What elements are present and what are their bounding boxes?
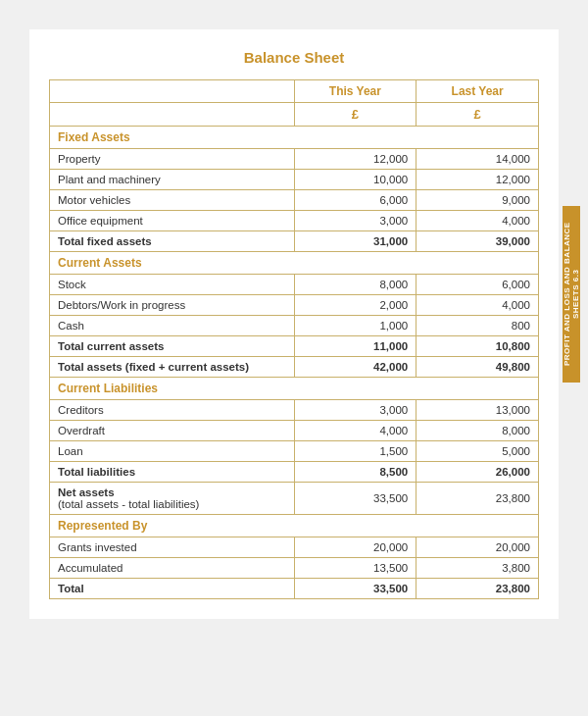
row-label: Plant and machinery [50, 170, 295, 190]
row-last: 800 [416, 316, 539, 336]
list-item: Loan 1,500 5,000 [50, 441, 539, 462]
currency-this: £ [294, 103, 416, 127]
row-last: 14,000 [416, 149, 539, 170]
list-item: Plant and machinery 10,000 12,000 [50, 170, 539, 190]
total-last: 23,800 [416, 579, 539, 599]
page: Balance Sheet This Year Last Year £ £ Fi… [29, 29, 559, 619]
fixed-assets-total: Total fixed assets 31,000 39,000 [50, 231, 539, 252]
row-last: 13,000 [416, 400, 539, 421]
header-label [50, 80, 295, 103]
row-this: 8,000 [294, 275, 416, 295]
list-item: Overdraft 4,000 8,000 [50, 421, 539, 441]
row-this: 13,500 [294, 558, 416, 579]
list-item: Property 12,000 14,000 [50, 149, 539, 170]
current-assets-title: Current Assets [50, 252, 539, 275]
net-assets-last: 23,800 [416, 483, 539, 515]
row-label: Overdraft [50, 421, 295, 441]
side-tab: PROFIT AND LOSS AND BALANCE SHEETS 6.3 [563, 206, 580, 383]
header-this-year: This Year [294, 80, 416, 103]
total-this: 33,500 [294, 579, 416, 599]
current-liabilities-header: Current Liabilities [50, 378, 539, 400]
total-this: 11,000 [294, 336, 416, 357]
row-last: 20,000 [416, 537, 539, 558]
row-label: Stock [50, 275, 295, 295]
header-last-year: Last Year [416, 80, 539, 103]
net-assets-row: Net assets(total assets - total liabilit… [50, 483, 539, 515]
current-assets-header: Current Assets [50, 252, 539, 275]
row-this: 10,000 [294, 170, 416, 190]
list-item: Cash 1,000 800 [50, 316, 539, 336]
balance-sheet-table: This Year Last Year £ £ Fixed Assets Pro… [49, 79, 539, 599]
grand-total-row: Total assets (fixed + current assets) 42… [50, 357, 539, 378]
represented-by-title: Represented By [50, 515, 539, 537]
total-last: 26,000 [416, 462, 539, 483]
row-last: 5,000 [416, 441, 539, 462]
list-item: Stock 8,000 6,000 [50, 275, 539, 295]
row-this: 2,000 [294, 295, 416, 316]
row-this: 1,500 [294, 441, 416, 462]
row-label: Loan [50, 441, 295, 462]
page-title: Balance Sheet [49, 49, 539, 66]
row-this: 20,000 [294, 537, 416, 558]
net-assets-label: Net assets(total assets - total liabilit… [50, 483, 295, 515]
row-label: Property [50, 149, 295, 170]
current-liabilities-title: Current Liabilities [50, 378, 539, 400]
currency-row: £ £ [50, 103, 539, 127]
row-this: 1,000 [294, 316, 416, 336]
fixed-assets-title: Fixed Assets [50, 127, 539, 149]
list-item: Grants invested 20,000 20,000 [50, 537, 539, 558]
row-label: Accumulated [50, 558, 295, 579]
row-last: 6,000 [416, 275, 539, 295]
row-last: 8,000 [416, 421, 539, 441]
grand-total-last: 49,800 [416, 357, 539, 378]
total-label: Total [50, 579, 295, 599]
total-label: Total fixed assets [50, 231, 295, 252]
row-last: 3,800 [416, 558, 539, 579]
row-last: 9,000 [416, 190, 539, 211]
total-last: 10,800 [416, 336, 539, 357]
list-item: Office equipment 3,000 4,000 [50, 211, 539, 231]
fixed-assets-header: Fixed Assets [50, 127, 539, 149]
row-this: 12,000 [294, 149, 416, 170]
list-item: Motor vehicles 6,000 9,000 [50, 190, 539, 211]
net-assets-this: 33,500 [294, 483, 416, 515]
row-this: 4,000 [294, 421, 416, 441]
total-last: 39,000 [416, 231, 539, 252]
row-this: 6,000 [294, 190, 416, 211]
list-item: Creditors 3,000 13,000 [50, 400, 539, 421]
row-last: 12,000 [416, 170, 539, 190]
total-this: 8,500 [294, 462, 416, 483]
row-this: 3,000 [294, 400, 416, 421]
row-last: 4,000 [416, 295, 539, 316]
row-label: Debtors/Work in progress [50, 295, 295, 316]
grand-total-this: 42,000 [294, 357, 416, 378]
represented-by-total: Total 33,500 23,800 [50, 579, 539, 599]
row-label: Grants invested [50, 537, 295, 558]
grand-total-label: Total assets (fixed + current assets) [50, 357, 295, 378]
row-last: 4,000 [416, 211, 539, 231]
liabilities-total: Total liabilities 8,500 26,000 [50, 462, 539, 483]
header-row: This Year Last Year [50, 80, 539, 103]
row-label: Cash [50, 316, 295, 336]
represented-by-header: Represented By [50, 515, 539, 537]
row-label: Motor vehicles [50, 190, 295, 211]
list-item: Accumulated 13,500 3,800 [50, 558, 539, 579]
total-label: Total current assets [50, 336, 295, 357]
total-this: 31,000 [294, 231, 416, 252]
current-assets-total: Total current assets 11,000 10,800 [50, 336, 539, 357]
total-label: Total liabilities [50, 462, 295, 483]
row-label: Office equipment [50, 211, 295, 231]
currency-last: £ [416, 103, 539, 127]
row-label: Creditors [50, 400, 295, 421]
row-this: 3,000 [294, 211, 416, 231]
list-item: Debtors/Work in progress 2,000 4,000 [50, 295, 539, 316]
